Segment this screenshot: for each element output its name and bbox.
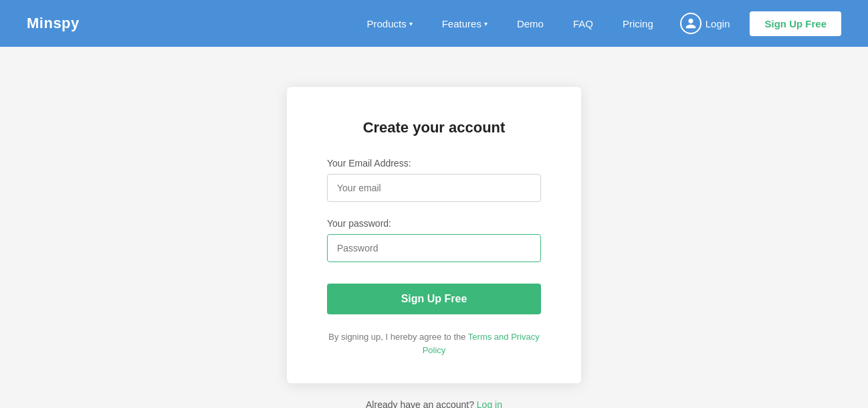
nav-pricing[interactable]: Pricing	[611, 13, 665, 35]
login-button[interactable]: Login	[671, 7, 740, 39]
logo[interactable]: Minspy	[27, 15, 80, 32]
user-icon	[680, 13, 701, 34]
main-content: Create your account Your Email Address: …	[0, 47, 868, 408]
email-input[interactable]	[327, 174, 541, 202]
nav-signup-button[interactable]: Sign Up Free	[750, 11, 841, 36]
nav-products[interactable]: Products ▾	[354, 13, 424, 35]
login-link[interactable]: Log in	[477, 399, 502, 408]
nav-faq[interactable]: FAQ	[561, 13, 605, 35]
navbar: Minspy Products ▾ Features ▾ Demo FAQ Pr…	[0, 0, 868, 47]
chevron-down-icon: ▾	[409, 20, 413, 27]
chevron-down-icon: ▾	[484, 20, 487, 27]
nav-links: Products ▾ Features ▾ Demo FAQ Pricing L…	[354, 7, 841, 39]
terms-text: By signing up, I hereby agree to the Ter…	[327, 330, 541, 356]
nav-features[interactable]: Features ▾	[430, 13, 500, 35]
email-label: Your Email Address:	[327, 158, 541, 169]
signup-card: Create your account Your Email Address: …	[287, 87, 581, 383]
signup-button[interactable]: Sign Up Free	[327, 284, 541, 314]
already-account-text: Already have an account? Log in	[366, 399, 502, 408]
password-input[interactable]	[327, 234, 541, 262]
password-label: Your password:	[327, 218, 541, 229]
card-title: Create your account	[327, 119, 541, 136]
login-label: Login	[706, 18, 730, 29]
password-group: Your password:	[327, 218, 541, 262]
email-group: Your Email Address:	[327, 158, 541, 202]
nav-demo[interactable]: Demo	[505, 13, 556, 35]
